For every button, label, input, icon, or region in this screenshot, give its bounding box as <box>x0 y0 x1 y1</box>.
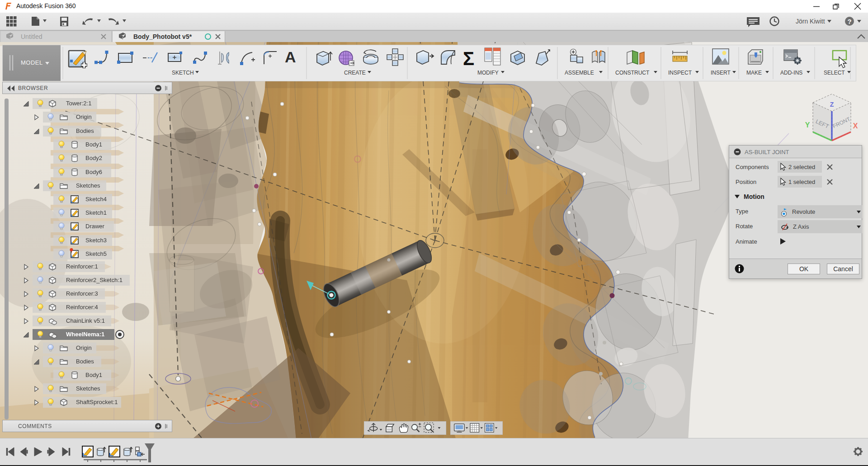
svg-text:INSPECT: INSPECT <box>668 70 692 76</box>
svg-text:CONSTRUCT: CONSTRUCT <box>615 70 650 76</box>
svg-text:MAKE: MAKE <box>746 70 762 76</box>
svg-text:Y: Y <box>805 121 810 129</box>
svg-text:X: X <box>853 122 858 130</box>
svg-text:SELECT: SELECT <box>824 70 845 76</box>
svg-text:Body_Photobot v5*: Body_Photobot v5* <box>133 33 192 40</box>
svg-text:MODIFY: MODIFY <box>477 70 499 76</box>
svg-text:Untitled: Untitled <box>21 33 42 40</box>
svg-text:CREATE: CREATE <box>344 70 366 76</box>
svg-text:ADD-INS: ADD-INS <box>780 70 802 76</box>
svg-text:INSERT: INSERT <box>711 70 731 76</box>
svg-text:ASSEMBLE: ASSEMBLE <box>565 70 594 76</box>
svg-text:Jörn Kiwitt: Jörn Kiwitt <box>796 18 825 25</box>
svg-text:A: A <box>285 48 296 66</box>
svg-text:?: ? <box>847 18 851 25</box>
svg-text:Σ: Σ <box>463 48 474 69</box>
svg-text:Z: Z <box>830 101 834 108</box>
